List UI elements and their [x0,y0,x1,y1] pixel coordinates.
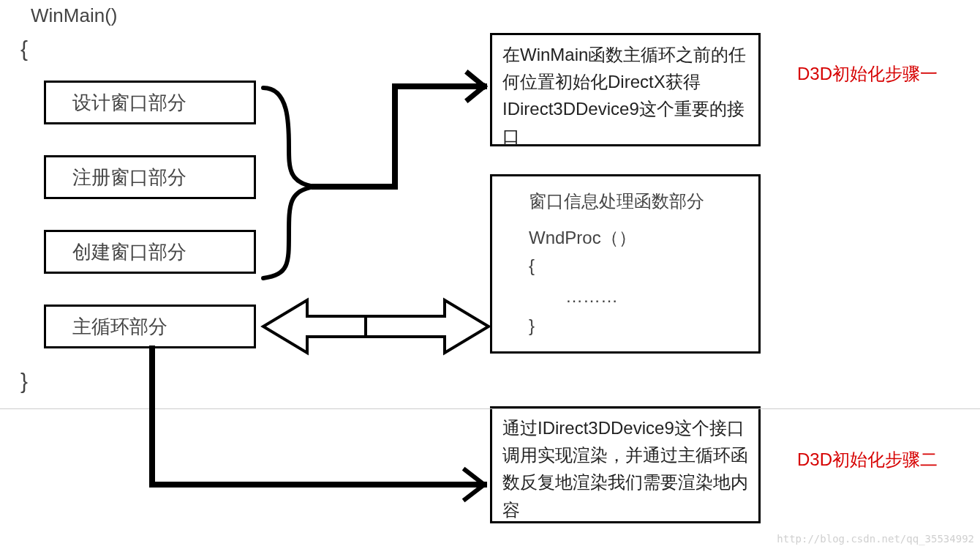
wndproc-close-brace: } [529,315,535,336]
diagram-canvas: WinMain() { } 设计窗口部分 注册窗口部分 创建窗口部分 主循环部分… [0,0,980,549]
wndproc-title: 窗口信息处理函数部分 [529,190,704,213]
label-step2: D3D初始化步骤二 [797,448,938,471]
box-step1: 在WinMain函数主循环之前的任何位置初始化DirectX获得IDirect3… [490,33,761,146]
svg-marker-0 [263,300,366,353]
wndproc-dots: ……… [565,286,618,307]
box-step2: 通过IDirect3DDevice9这个接口调用实现渲染，并通过主循环函数反复地… [490,406,761,523]
box-step1-text: 在WinMain函数主循环之前的任何位置初始化DirectX获得IDirect3… [502,41,748,150]
box-main-loop-label: 主循环部分 [72,314,167,340]
wndproc-func: WndProc（） [529,226,636,250]
wndproc-open-brace: { [529,255,535,276]
box-main-loop: 主循环部分 [44,305,256,348]
close-brace: } [20,369,28,394]
open-brace: { [20,37,28,61]
box-design-window-label: 设计窗口部分 [72,90,186,116]
svg-marker-1 [366,300,489,353]
divider-line [0,408,980,409]
winmain-label: WinMain() [31,4,117,27]
box-wndproc: 窗口信息处理函数部分 WndProc（） { ……… } [490,174,761,354]
label-step1: D3D初始化步骤一 [797,62,938,86]
box-design-window: 设计窗口部分 [44,81,256,124]
box-register-window: 注册窗口部分 [44,155,256,199]
watermark: http://blog.csdn.net/qq_35534992 [777,533,974,545]
arrow-mainloop-to-step2 [152,348,484,499]
box-register-window-label: 注册窗口部分 [72,165,186,190]
box-create-window: 创建窗口部分 [44,230,256,274]
brace-icon [263,88,314,278]
double-arrow-icon [263,300,489,353]
box-step2-text: 通过IDirect3DDevice9这个接口调用实现渲染，并通过主循环函数反复地… [502,414,748,523]
arrow-brace-to-step1 [314,73,484,187]
box-create-window-label: 创建窗口部分 [72,239,186,265]
